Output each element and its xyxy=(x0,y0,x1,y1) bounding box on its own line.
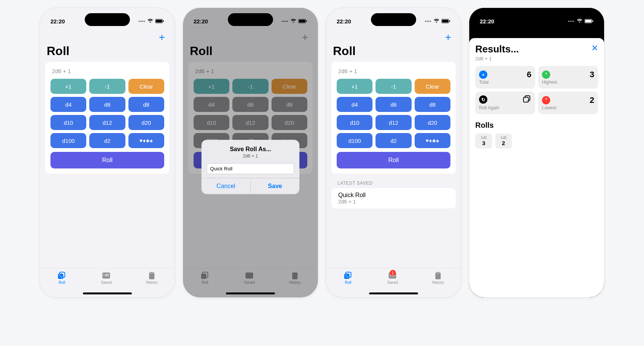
formula-display: 2d6 + 1 xyxy=(50,67,164,79)
wifi-icon xyxy=(577,18,583,24)
alert-body: Save Roll As... 2d6 + 1 xyxy=(201,140,299,178)
refresh-icon: ↻ xyxy=(479,95,487,104)
roll-button[interactable]: Roll xyxy=(337,152,450,168)
d6-button[interactable]: d6 xyxy=(375,97,411,112)
dice-icon xyxy=(523,95,531,104)
tab-saved[interactable]: 1 Saved xyxy=(387,271,398,285)
tab-history-label: History xyxy=(432,280,444,285)
dice-row-1: d4 d6 d8 xyxy=(337,97,450,112)
d4-button[interactable]: d4 xyxy=(337,97,372,112)
lowest-card[interactable]: ˅ 2 Lowest xyxy=(538,92,598,114)
tab-saved-label: Saved xyxy=(101,280,111,285)
d12-button[interactable]: d12 xyxy=(375,115,411,130)
tab-history[interactable]: History xyxy=(146,271,157,285)
tab-roll[interactable]: Roll xyxy=(57,271,67,285)
add-button[interactable]: + xyxy=(155,31,169,44)
tab-saved[interactable]: Saved xyxy=(101,271,111,285)
roll-chip-label: 1d6 xyxy=(481,136,487,140)
status-time: 22:20 xyxy=(50,18,65,24)
minus1-button[interactable]: -1 xyxy=(89,79,125,94)
roll-again-card[interactable]: ↻ Roll Again xyxy=(475,92,535,114)
device-notch xyxy=(85,13,130,26)
d4-button[interactable]: d4 xyxy=(50,97,86,112)
tab-roll-label: Roll xyxy=(345,280,351,285)
svg-point-7 xyxy=(60,276,61,277)
nav-bar: + xyxy=(326,29,461,44)
results-sheet: Results... 2d6 + 1 ✕ + 6 Total ˄ 3 Highe… xyxy=(469,38,604,297)
svg-rect-10 xyxy=(105,274,109,275)
tab-history[interactable]: History xyxy=(432,271,444,285)
results-header: Results... 2d6 + 1 ✕ xyxy=(475,43,598,61)
d12-button[interactable]: d12 xyxy=(89,115,125,130)
svg-rect-35 xyxy=(435,273,441,279)
minus1-button[interactable]: -1 xyxy=(375,79,411,94)
suits-button[interactable]: ♥♦♣♠ xyxy=(415,133,450,148)
add-button[interactable]: + xyxy=(441,31,455,44)
saved-roll-formula: 2d6 + 1 xyxy=(338,199,449,205)
highest-label: Highest xyxy=(542,80,594,85)
lowest-label: Lowest xyxy=(542,105,594,110)
d6-button[interactable]: d6 xyxy=(89,97,125,112)
d10-button[interactable]: d10 xyxy=(337,115,372,130)
battery-icon xyxy=(584,18,594,24)
tab-saved-label: Saved xyxy=(387,280,398,285)
svg-point-43 xyxy=(526,100,527,101)
cancel-button[interactable]: Cancel xyxy=(201,178,250,194)
dice-icon xyxy=(57,271,67,280)
phone-save-dialog: 22:20 •••• + Roll 2d6 + 1 +1 -1 Clear d4… xyxy=(183,8,318,298)
save-alert: Save Roll As... 2d6 + 1 Cancel Save xyxy=(201,140,299,194)
alert-title: Save Roll As... xyxy=(207,146,294,153)
d2-button[interactable]: d2 xyxy=(89,133,125,148)
d20-button[interactable]: d20 xyxy=(128,115,164,130)
roll-card: 2d6 + 1 +1 -1 Clear d4 d6 d8 d10 d12 d20… xyxy=(45,62,169,174)
saved-roll-row[interactable]: Quick Roll 2d6 + 1 xyxy=(331,188,456,208)
status-indicators: •••• xyxy=(425,18,450,24)
roll-chip: 1d6 3 xyxy=(475,133,492,149)
svg-rect-13 xyxy=(149,273,154,279)
roll-chips: 1d6 3 1d6 2 xyxy=(475,133,598,149)
nav-bar: + xyxy=(40,29,175,44)
d10-button[interactable]: d10 xyxy=(50,115,86,130)
plus1-button[interactable]: +1 xyxy=(50,79,86,94)
d2-button[interactable]: d2 xyxy=(375,133,411,148)
d100-button[interactable]: d100 xyxy=(50,133,86,148)
battery-icon xyxy=(155,18,164,24)
plus-icon: + xyxy=(479,70,487,79)
dice-row-2: d10 d12 d20 xyxy=(337,115,450,130)
tab-roll[interactable]: Roll xyxy=(343,271,353,285)
phone-saved-screen: 22:20 •••• + Roll 2d6 + 1 +1 -1 Clear d4… xyxy=(326,8,461,298)
status-indicators: •••• xyxy=(568,18,594,24)
total-value: 6 xyxy=(527,70,531,80)
suits-button[interactable]: ♥♦♣♠ xyxy=(128,133,164,148)
highest-card[interactable]: ˄ 3 Highest xyxy=(538,66,598,89)
svg-rect-12 xyxy=(105,276,109,276)
save-button[interactable]: Save xyxy=(250,178,300,194)
screen-content: + Roll 2d6 + 1 +1 -1 Clear d4 d6 d8 d10 … xyxy=(40,29,175,297)
roll-chip-value: 2 xyxy=(501,140,507,146)
d8-button[interactable]: d8 xyxy=(128,97,164,112)
status-indicators: •••• xyxy=(139,18,164,24)
cellular-icon: •••• xyxy=(568,19,575,23)
roll-name-input[interactable] xyxy=(207,163,294,174)
battery-icon xyxy=(441,18,450,24)
svg-point-29 xyxy=(346,276,347,277)
svg-point-5 xyxy=(59,275,60,276)
total-card[interactable]: + 6 Total xyxy=(475,66,535,89)
dice-row-1: d4 d6 d8 xyxy=(50,97,164,112)
tab-bar: Roll 1 Saved History xyxy=(326,268,461,297)
modifier-row: +1 -1 Clear xyxy=(50,79,164,94)
clear-button[interactable]: Clear xyxy=(128,79,164,94)
rolls-heading: Rolls xyxy=(475,121,598,130)
formula-display: 2d6 + 1 xyxy=(337,67,450,79)
close-button[interactable]: ✕ xyxy=(591,43,598,53)
tab-roll-label: Roll xyxy=(59,280,65,285)
svg-point-28 xyxy=(348,277,348,278)
d20-button[interactable]: d20 xyxy=(415,115,450,130)
tab-bar: Roll Saved History xyxy=(40,268,175,297)
d100-button[interactable]: d100 xyxy=(337,133,372,148)
clear-button[interactable]: Clear xyxy=(415,79,450,94)
roll-button[interactable]: Roll xyxy=(50,152,164,168)
d8-button[interactable]: d8 xyxy=(415,97,450,112)
plus1-button[interactable]: +1 xyxy=(337,79,372,94)
clipboard-icon xyxy=(147,271,157,280)
